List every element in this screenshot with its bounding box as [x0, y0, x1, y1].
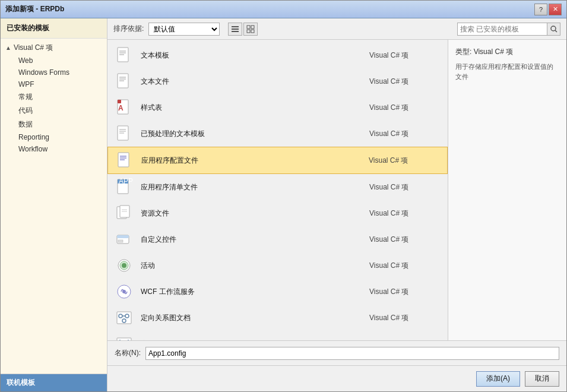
- text-file-icon: [115, 72, 134, 91]
- svg-text:A: A: [118, 104, 123, 112]
- item-category: Visual C# 项: [369, 287, 441, 297]
- svg-rect-19: [118, 100, 121, 103]
- view-list-button[interactable]: [228, 23, 242, 36]
- table-row[interactable]: 应用程序配置文件 Visual C# 项: [107, 147, 448, 174]
- help-button[interactable]: ?: [534, 4, 547, 15]
- item-name: 文本模板: [141, 50, 362, 61]
- info-type: 类型: Visual C# 项: [455, 47, 559, 57]
- info-panel: 类型: Visual C# 项 用于存储应用程序配置和设置值的文件: [448, 40, 566, 340]
- sidebar-item-code[interactable]: 代码: [1, 104, 107, 118]
- svg-rect-1: [232, 29, 239, 30]
- item-name: 应用程序清单文件: [141, 182, 362, 192]
- table-row[interactable]: 文本模板 Visual C# 项: [107, 42, 448, 68]
- item-category: Visual C# 项: [369, 50, 441, 61]
- name-input[interactable]: [145, 347, 559, 360]
- item-name: 定向关系图文档: [141, 313, 362, 323]
- item-name: 活动: [141, 261, 362, 271]
- table-row[interactable]: 文本文件 Visual C# 项: [107, 68, 448, 94]
- item-category: Visual C# 项: [369, 129, 441, 139]
- svg-text:APP: APP: [119, 178, 133, 185]
- item-category: Visual C# 项: [369, 77, 441, 87]
- dialog-title: 添加新项 - ERPDb: [5, 4, 64, 14]
- svg-rect-43: [117, 312, 131, 324]
- item-category: Visual C# 项: [369, 103, 441, 113]
- search-box: [457, 23, 560, 36]
- svg-point-40: [122, 263, 126, 268]
- item-name: 资源文件: [141, 208, 362, 219]
- view-grid-button[interactable]: [243, 23, 258, 36]
- table-row[interactable]: 定向关系图文档 Visual C# 项: [107, 305, 448, 331]
- table-row[interactable]: APP 应用程序清单文件 Visual C# 项: [107, 174, 448, 200]
- item-category: Visual C# 项: [369, 208, 441, 219]
- search-input[interactable]: [458, 23, 547, 35]
- sidebar-item-workflow[interactable]: Workflow: [1, 143, 107, 155]
- svg-line-8: [555, 30, 557, 32]
- name-label: 名称(N):: [115, 348, 141, 358]
- sidebar-item-visual-csharp[interactable]: ▲ Visual C# 项: [1, 41, 107, 55]
- svg-rect-2: [232, 31, 239, 32]
- table-row[interactable]: 已预处理的文本模板 Visual C# 项: [107, 121, 448, 147]
- item-category: Visual C# 项: [369, 182, 441, 192]
- item-name: 自定义控件: [141, 235, 362, 245]
- svg-rect-6: [251, 30, 254, 33]
- sidebar-item-data[interactable]: 数据: [1, 118, 107, 131]
- item-category: Visual C# 项: [369, 156, 440, 166]
- sidebar-item-wpf[interactable]: WPF: [1, 78, 107, 90]
- sort-select[interactable]: 默认值 名称 类型: [148, 23, 220, 36]
- name-bar: 名称(N):: [107, 340, 566, 365]
- title-bar-controls: ? ✕: [534, 4, 562, 15]
- sidebar-item-label: Visual C# 项: [14, 43, 53, 53]
- footer: 添加(A) 取消: [107, 365, 566, 391]
- svg-rect-0: [232, 26, 239, 27]
- svg-rect-5: [247, 30, 250, 33]
- svg-rect-37: [118, 240, 123, 242]
- table-row[interactable]: WCF 工作流服务 Visual C# 项: [107, 279, 448, 305]
- svg-point-42: [122, 290, 126, 293]
- cancel-button[interactable]: 取消: [525, 371, 559, 387]
- text-template-icon: [115, 46, 134, 65]
- svg-rect-36: [117, 235, 129, 238]
- sidebar-item-normal[interactable]: 常规: [1, 90, 107, 104]
- items-list: 文本模板 Visual C# 项 文本文件 Visual C# 项: [107, 40, 448, 340]
- activity-icon: [115, 256, 134, 275]
- close-button[interactable]: ✕: [549, 4, 562, 15]
- sidebar: 已安装的模板 ▲ Visual C# 项 Web Windows Forms W…: [1, 18, 107, 391]
- item-name: 已预处理的文本模板: [141, 129, 362, 139]
- custom-control-icon: [115, 230, 134, 249]
- sort-label: 排序依据:: [113, 24, 144, 34]
- toolbar: 排序依据: 默认值 名称 类型: [107, 18, 566, 40]
- sidebar-item-windows-forms[interactable]: Windows Forms: [1, 67, 107, 78]
- item-category: Visual C# 项: [369, 313, 441, 323]
- right-panel: 排序依据: 默认值 名称 类型: [107, 18, 566, 391]
- item-category: Visual C# 项: [369, 235, 441, 245]
- item-name: 文本文件: [141, 77, 362, 87]
- svg-rect-4: [251, 26, 254, 29]
- stylesheet-icon: A: [115, 98, 134, 117]
- search-button[interactable]: [547, 23, 560, 35]
- add-new-item-dialog: 添加新项 - ERPDb ? ✕ 已安装的模板 ▲ Visual C# 项 We…: [0, 0, 567, 392]
- table-row[interactable]: 活动 Visual C# 项: [107, 252, 448, 279]
- relation-diagram-icon: [115, 308, 134, 327]
- item-name: 应用程序配置文件: [141, 156, 362, 166]
- grid-view-icon: [246, 25, 255, 33]
- info-description: 用于存储应用程序配置和设置值的文件: [455, 62, 559, 81]
- items-panel: 文本模板 Visual C# 项 文本文件 Visual C# 项: [107, 40, 566, 340]
- table-row[interactable]: A 样式表 Visual C# 项: [107, 94, 448, 121]
- app-config-icon: [115, 151, 134, 170]
- offline-templates-section[interactable]: 联机模板: [1, 374, 107, 391]
- svg-point-7: [551, 26, 556, 31]
- title-bar: 添加新项 - ERPDb ? ✕: [1, 1, 566, 18]
- table-row[interactable]: 序列图 Visual C# 项: [107, 331, 448, 340]
- sidebar-item-reporting[interactable]: Reporting: [1, 131, 107, 143]
- table-row[interactable]: 自定义控件 Visual C# 项: [107, 226, 448, 252]
- app-manifest-icon: APP: [115, 178, 134, 197]
- sidebar-item-web[interactable]: Web: [1, 55, 107, 67]
- view-buttons: [228, 23, 258, 36]
- table-row[interactable]: 资源文件 Visual C# 项: [107, 200, 448, 226]
- main-content: 已安装的模板 ▲ Visual C# 项 Web Windows Forms W…: [1, 18, 566, 391]
- item-category: Visual C# 项: [369, 261, 441, 271]
- expand-icon: ▲: [5, 45, 11, 51]
- svg-rect-3: [247, 26, 250, 29]
- sequence-diagram-icon: [115, 334, 134, 340]
- add-button[interactable]: 添加(A): [476, 371, 520, 387]
